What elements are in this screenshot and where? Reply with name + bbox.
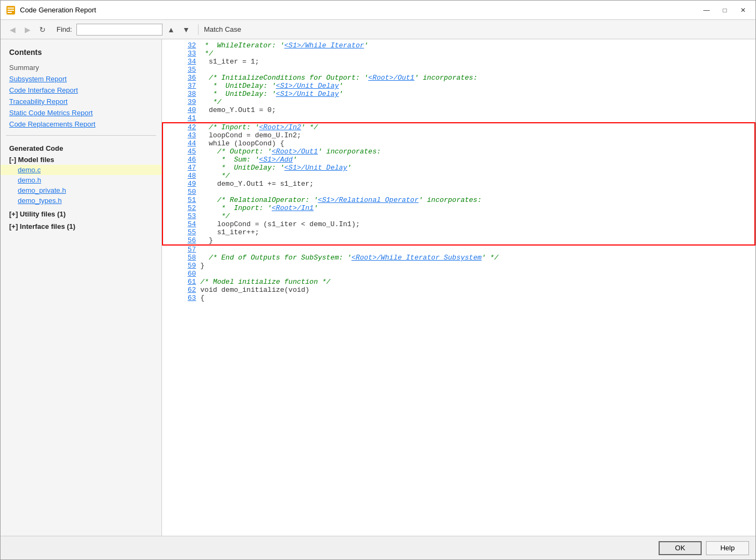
line-code: void demo_initialize(void) [198,286,755,294]
line-number[interactable]: 59 [162,262,198,270]
line-number[interactable]: 39 [162,98,198,106]
line-number[interactable]: 51 [162,196,198,204]
line-number[interactable]: 41 [162,114,198,123]
line-number[interactable]: 61 [162,278,198,286]
sidebar-item-summary[interactable]: Summary [1,62,161,73]
table-row: 36 /* InitializeConditions for Outport: … [162,74,755,82]
table-row: 63{ [162,294,755,302]
model-files-node[interactable]: [-] Model files [1,155,161,165]
line-code: * UnitDelay: '<S1>/Unit Delay' [198,82,755,90]
line-number[interactable]: 43 [162,131,198,139]
table-row: 62void demo_initialize(void) [162,286,755,294]
help-button[interactable]: Help [706,541,749,555]
line-code: demo_Y.Out1 += s1_iter; [198,180,755,188]
line-number[interactable]: 34 [162,58,198,66]
line-number[interactable]: 52 [162,204,198,212]
table-row: 60 [162,270,755,278]
code-link[interactable]: <Root>/In2 [259,123,301,131]
line-number[interactable]: 56 [162,236,198,245]
line-number[interactable]: 46 [162,156,198,164]
line-code: } [198,236,755,245]
line-number[interactable]: 32 [162,41,198,50]
line-number[interactable]: 49 [162,180,198,188]
sidebar-item-traceability[interactable]: Traceability Report [1,96,161,107]
line-number[interactable]: 60 [162,270,198,278]
back-button[interactable]: ◀ [6,23,19,36]
table-row: 40 demo_Y.Out1 = 0; [162,106,755,114]
table-row: 47 * UnitDelay: '<S1>/Unit Delay' [162,164,755,172]
file-demo-types-h[interactable]: demo_types.h [1,195,161,206]
code-link[interactable]: <Root>/In1 [272,204,314,212]
line-number[interactable]: 62 [162,286,198,294]
line-code: * UnitDelay: '<S1>/Unit Delay' [198,164,755,172]
window-title: Code Generation Report [20,6,700,14]
code-link[interactable]: <Root>/Out1 [272,148,318,156]
table-row: 34 s1_iter = 1; [162,58,755,66]
line-number[interactable]: 35 [162,66,198,74]
generated-code-title: Generated Code [1,141,161,155]
file-demo-c[interactable]: demo.c [1,165,161,175]
line-code: s1_iter++; [198,228,755,236]
svg-rect-1 [8,8,14,9]
minimize-button[interactable]: — [700,5,713,16]
line-number[interactable]: 42 [162,123,198,131]
code-link[interactable]: <S1>/Relational Operator [318,196,419,204]
line-number[interactable]: 44 [162,139,198,148]
table-row: 61/* Model initialize function */ [162,278,755,286]
sidebar-item-code-interface[interactable]: Code Interface Report [1,85,161,96]
code-link[interactable]: <S1>/Unit Delay [276,82,339,90]
file-demo-private-h[interactable]: demo_private.h [1,185,161,195]
sidebar-item-code-replacements[interactable]: Code Replacements Report [1,118,161,130]
line-code: /* Model initialize function */ [198,278,755,286]
match-case-label: Match Case [204,25,241,33]
app-icon [6,5,16,15]
line-code: /* End of Outputs for SubSystem: '<Root>… [198,254,755,262]
line-number[interactable]: 54 [162,220,198,228]
line-number[interactable]: 53 [162,212,198,220]
ok-button[interactable]: OK [659,541,702,555]
code-link[interactable]: <Root>/Out1 [368,74,414,82]
line-code [198,188,755,196]
line-code: * UnitDelay: '<S1>/Unit Delay' [198,90,755,98]
forward-button[interactable]: ▶ [21,23,34,36]
line-number[interactable]: 37 [162,82,198,90]
code-area: 32 * WhileIterator: '<S1>/While Iterator… [162,39,755,536]
line-code: } [198,262,755,270]
code-link[interactable]: <Root>/While Iterator Subsystem [351,254,482,262]
line-number[interactable]: 38 [162,90,198,98]
sidebar-item-subsystem[interactable]: Subsystem Report [1,73,161,85]
line-code: */ [198,212,755,220]
sidebar-item-static-code[interactable]: Static Code Metrics Report [1,107,161,118]
code-scroll[interactable]: 32 * WhileIterator: '<S1>/While Iterator… [162,39,755,536]
line-number[interactable]: 36 [162,74,198,82]
line-number[interactable]: 47 [162,164,198,172]
interface-files-node[interactable]: [+] Interface files (1) [1,221,161,232]
find-prev-button[interactable]: ▲ [165,23,178,36]
close-button[interactable]: ✕ [736,5,750,16]
line-number[interactable]: 63 [162,294,198,302]
line-code: { [198,294,755,302]
svg-rect-3 [8,12,12,13]
table-row: 42 /* Inport: '<Root>/In2' */ [162,123,755,131]
line-number[interactable]: 40 [162,106,198,114]
refresh-button[interactable]: ↻ [36,23,49,36]
line-code: loopCond = demo_U.In2; [198,131,755,139]
code-link[interactable]: <S1>/While Iterator [284,41,364,50]
maximize-button[interactable]: □ [718,5,732,16]
line-number[interactable]: 48 [162,172,198,180]
line-number[interactable]: 45 [162,148,198,156]
code-link[interactable]: <S1>/Add [259,156,293,164]
table-row: 57 [162,245,755,254]
code-link[interactable]: <S1>/Unit Delay [284,164,347,172]
utility-files-node[interactable]: [+] Utility files (1) [1,209,161,219]
line-number[interactable]: 57 [162,245,198,254]
find-input[interactable] [76,24,162,36]
line-number[interactable]: 50 [162,188,198,196]
line-number[interactable]: 33 [162,50,198,58]
find-next-button[interactable]: ▼ [180,23,193,36]
table-row: 33 */ [162,50,755,58]
code-link[interactable]: <S1>/Unit Delay [276,90,339,98]
file-demo-h[interactable]: demo.h [1,175,161,185]
line-number[interactable]: 58 [162,254,198,262]
line-number[interactable]: 55 [162,228,198,236]
